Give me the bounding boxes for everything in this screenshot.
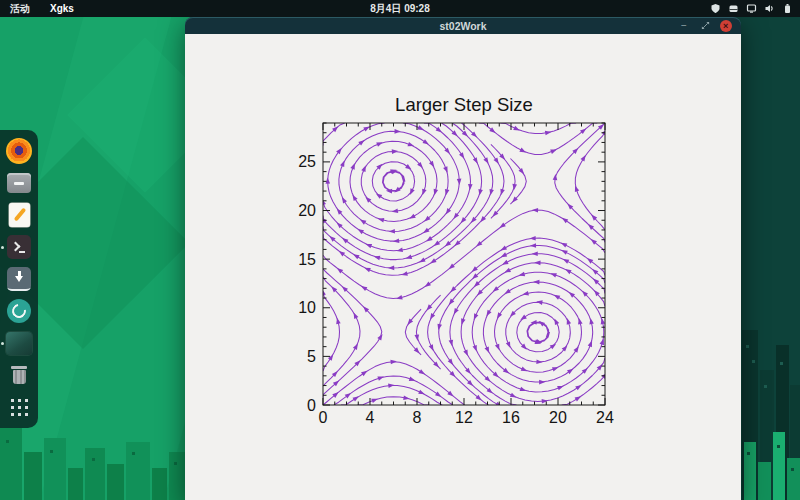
svg-text:15: 15 xyxy=(298,251,316,268)
window-content: Larger Step Size 048121620240510152025 xyxy=(185,34,741,500)
close-button[interactable]: × xyxy=(720,20,733,33)
software-updater-icon xyxy=(7,299,31,323)
dock-item-text-editor[interactable] xyxy=(6,202,32,228)
chart-title: Larger Step Size xyxy=(395,94,533,115)
svg-text:0: 0 xyxy=(319,409,328,426)
resize-icon xyxy=(701,21,710,30)
activities-button[interactable]: 活动 xyxy=(10,2,30,16)
svg-text:16: 16 xyxy=(502,409,520,426)
top-bar: 活动 Xgks 8月4日 09:28 xyxy=(0,0,800,17)
focused-app-menu[interactable]: Xgks xyxy=(50,3,74,14)
display-icon xyxy=(746,3,757,14)
xgks-window-icon xyxy=(6,332,32,355)
svg-text:24: 24 xyxy=(596,409,614,426)
minimize-button[interactable]: − xyxy=(677,17,691,34)
svg-text:12: 12 xyxy=(455,409,473,426)
svg-text:8: 8 xyxy=(413,409,422,426)
trash-icon xyxy=(9,363,29,387)
text-editor-icon xyxy=(9,203,30,227)
dock-item-trash[interactable] xyxy=(6,362,32,388)
system-tray[interactable] xyxy=(710,3,793,14)
dock-item-terminal[interactable] xyxy=(6,234,32,260)
touchpad-icon xyxy=(728,3,739,14)
show-apps-icon xyxy=(9,397,29,417)
streamline-arrows xyxy=(321,124,607,407)
dock xyxy=(0,130,38,428)
dock-item-firefox[interactable] xyxy=(6,138,32,164)
dock-item-show-apps[interactable] xyxy=(6,394,32,420)
dock-item-downloads[interactable] xyxy=(6,266,32,292)
terminal-icon xyxy=(7,235,31,259)
clock-button[interactable]: 8月4日 09:28 xyxy=(370,2,429,16)
window-titlebar[interactable]: st02Work xyxy=(185,17,741,34)
dock-item-xgks-window[interactable] xyxy=(6,330,32,356)
svg-text:20: 20 xyxy=(298,202,316,219)
plot-svg: Larger Step Size 048121620240510152025 xyxy=(185,34,741,500)
app-window: st02Work − × Larger Step Size 0481216202… xyxy=(185,17,741,500)
files-icon xyxy=(7,173,31,193)
svg-text:5: 5 xyxy=(307,348,316,365)
battery-icon xyxy=(782,3,793,14)
svg-text:10: 10 xyxy=(298,299,316,316)
svg-text:20: 20 xyxy=(549,409,567,426)
streamlines xyxy=(323,123,605,405)
svg-text:25: 25 xyxy=(298,153,316,170)
window-title: st02Work xyxy=(439,20,486,32)
shield-icon xyxy=(710,3,721,14)
dock-item-files[interactable] xyxy=(6,170,32,196)
svg-text:4: 4 xyxy=(366,409,375,426)
maximize-button[interactable] xyxy=(698,17,712,34)
firefox-icon xyxy=(6,138,32,164)
dock-item-software-updater[interactable] xyxy=(6,298,32,324)
downloads-icon xyxy=(7,267,31,291)
volume-icon xyxy=(764,3,775,14)
svg-text:0: 0 xyxy=(307,397,316,414)
